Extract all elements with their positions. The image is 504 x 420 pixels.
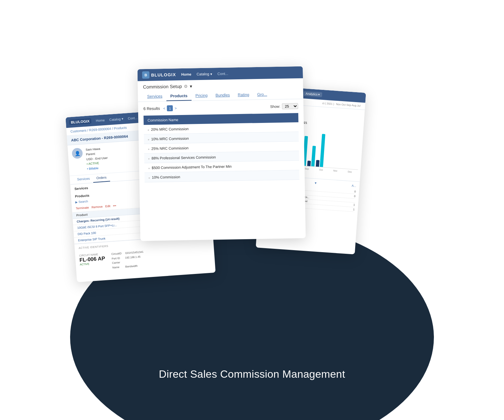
bar-dec-monthly — [320, 134, 325, 167]
tab-gro[interactable]: Gro... — [253, 90, 271, 99]
analytics-button[interactable]: Analytics ▾ — [304, 91, 322, 97]
show-label: Show: 25 50 100 — [270, 103, 298, 109]
bar-nov-monthly — [311, 146, 316, 167]
nav-catalog[interactable]: Catalog ▾ — [109, 117, 123, 122]
stat-val-2: 0 — [354, 195, 356, 198]
logo-icon: B — [142, 71, 149, 79]
months-label: Nov Oct Sep Aug Jul — [336, 103, 360, 107]
pagination: < 1 > — [163, 105, 177, 111]
results-bar: 6 Results < 1 > Show: 25 50 100 — [143, 103, 298, 112]
more-button[interactable]: ••• — [113, 204, 116, 208]
label-sep: Sep — [305, 168, 309, 170]
logo-text: BLULOGIX — [151, 72, 176, 77]
avatar: 👤 — [72, 148, 83, 159]
terminate-button[interactable]: Terminate — [76, 206, 89, 210]
page-header: Commission Setup ⚙ ▾ Services Products P… — [138, 78, 303, 102]
stat-val-4: 1 — [353, 203, 355, 206]
bar-nov-onetime — [307, 161, 311, 166]
nav-catalog[interactable]: Catalog ▾ — [196, 72, 212, 76]
bar-group-dec — [316, 134, 325, 167]
circuit-details: CircuitID G01415451341 Port ID 192.168.1… — [111, 250, 145, 270]
nav-cont[interactable]: Cont... — [217, 72, 228, 76]
show-select[interactable]: 25 50 100 — [282, 103, 298, 109]
col-product: Product — [76, 213, 88, 217]
page-title: Direct Sales Commission Management — [159, 368, 345, 380]
logo: BLULOGIX — [69, 118, 92, 125]
tab-rating[interactable]: Rating — [234, 90, 253, 100]
label-dec: Dec — [348, 171, 352, 173]
tab-bundles[interactable]: Bundles — [211, 91, 234, 100]
label-nov: Nov — [333, 170, 338, 172]
user-details: Sam Hawa Parent: USD - End User • ACTIVE… — [86, 146, 108, 171]
nav-cont[interactable]: Cont... — [128, 116, 138, 120]
tab-products[interactable]: Products — [166, 92, 191, 101]
dropdown-arrow[interactable]: ▾ — [190, 84, 192, 89]
content-area: 6 Results < 1 > Show: 25 50 100 Commissi… — [138, 99, 305, 187]
commission-table: Commission Name 20% MRC Commission 10% M… — [144, 113, 299, 182]
bar-group-nov — [307, 145, 316, 166]
tab-services[interactable]: Services — [143, 92, 166, 101]
tab-services[interactable]: Services — [73, 174, 93, 184]
next-page[interactable]: > — [175, 106, 177, 110]
tab-pricing[interactable]: Pricing — [191, 91, 212, 101]
value-context: ct ( 2021 ) — [322, 102, 334, 105]
logo-wrap: B BLULOGIX — [142, 71, 176, 79]
stat-val-5: 1 — [353, 208, 355, 211]
expand-icon[interactable]: A... — [352, 184, 356, 188]
results-count: 6 Results — [143, 106, 160, 111]
label-oct: Oct — [319, 169, 323, 171]
nav-home[interactable]: Home — [181, 72, 191, 77]
stat-val-1: 0 — [354, 190, 356, 193]
commission-setup-card: B BLULOGIX Home Catalog ▾ Cont... Commis… — [138, 66, 306, 241]
current-page[interactable]: 1 — [167, 105, 173, 111]
gear-icon[interactable]: ⚙ — [184, 84, 188, 89]
edit-button[interactable]: Edit — [105, 204, 110, 208]
filter-icon[interactable]: ▼ — [314, 181, 317, 185]
tab-orders[interactable]: Orders — [93, 173, 110, 182]
prev-page[interactable]: < — [163, 106, 166, 110]
bar-dec-onetime — [316, 160, 319, 167]
page-title-text: Commission Setup ⚙ ▾ — [143, 82, 298, 90]
remove-button[interactable]: Remove — [91, 205, 103, 209]
commission-setup-title: Commission Setup — [143, 84, 182, 90]
nav-home[interactable]: Home — [96, 118, 105, 123]
